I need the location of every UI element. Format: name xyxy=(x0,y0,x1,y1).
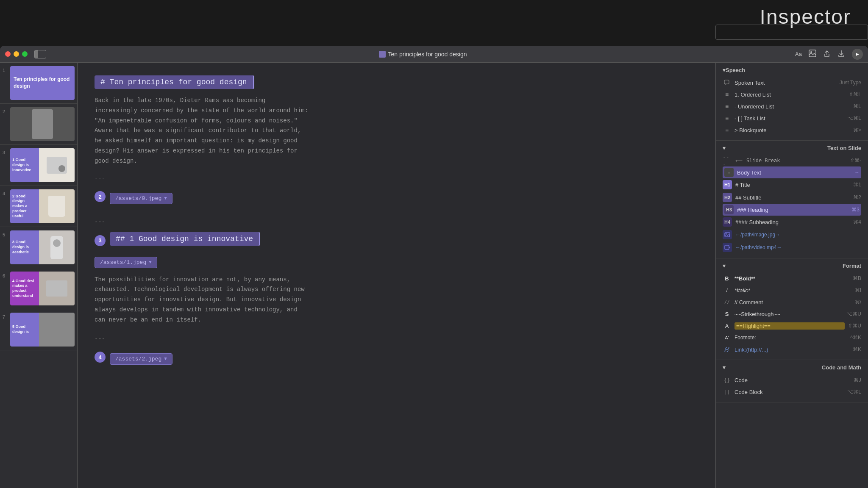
body-text-paragraph: Back in the late 1970s, Dieter Rams was … xyxy=(95,96,698,166)
slide-thumb-4: 2 Good design makes a product useful xyxy=(10,189,75,223)
person-image xyxy=(32,109,53,139)
text-on-slide-header[interactable]: ▾ Text on Slide xyxy=(723,145,861,151)
slide-number-6: 6 xyxy=(3,272,8,305)
blockquote-icon: ≡ xyxy=(723,126,731,134)
slide-thumb-1: Ten principles for good design xyxy=(10,66,75,100)
file-icon xyxy=(379,51,386,58)
inspector-panel: ▾ Speech Spoken Text Just Type ≡ 1. Orde… xyxy=(715,63,868,488)
asset-pill-2[interactable]: /assets/2.jpeg ▼ xyxy=(110,353,172,365)
slide-number-4: 4 xyxy=(3,189,8,223)
spoken-text-row[interactable]: Spoken Text Just Type xyxy=(723,77,861,89)
main-area: 1 Ten principles for good design 2 3 xyxy=(0,63,868,488)
svg-point-6 xyxy=(726,233,727,235)
slide-badge-2: 2 xyxy=(95,191,106,202)
speech-section: ▾ Speech Spoken Text Just Type ≡ 1. Orde… xyxy=(716,63,868,141)
play-button[interactable]: ▶ xyxy=(852,49,863,60)
h3-heading-row[interactable]: H3 ### Heading ⌘3 xyxy=(723,204,861,216)
divider-2: --- xyxy=(95,219,698,225)
footnote-icon: A' xyxy=(723,333,731,342)
footnote-row[interactable]: A' Footnote: ^⌘K xyxy=(723,332,861,344)
strikethrough-icon: S xyxy=(723,310,731,318)
slide-3-heading-block: ## 1 Good design is innovative xyxy=(110,232,260,246)
sidebar-slide-1[interactable]: 1 Ten principles for good design xyxy=(0,63,77,104)
sidebar-toggle[interactable] xyxy=(34,50,46,58)
top-bar: Inspector xyxy=(0,0,868,40)
slide-number-7: 7 xyxy=(3,313,8,347)
sidebar-slide-7[interactable]: 7 5 Good design is xyxy=(0,309,77,350)
chevron-down-icon: ▼ xyxy=(164,196,167,201)
chevron-down-icon-3: ▼ xyxy=(164,356,167,361)
code-block-icon: [] xyxy=(723,388,731,396)
speech-section-header[interactable]: ▾ Speech xyxy=(723,67,861,73)
code-block-row[interactable]: [] Code Block ⌥⌘L xyxy=(723,386,861,398)
font-size-button[interactable]: Aa xyxy=(795,51,802,57)
highlight-icon: A xyxy=(723,322,731,330)
italic-icon: I xyxy=(723,286,731,294)
code-math-header[interactable]: ▾ Code and Math xyxy=(723,364,861,371)
window-controls xyxy=(5,51,28,57)
ordered-list-row[interactable]: ≡ 1. Ordered List ⇧⌘L xyxy=(723,89,861,100)
content-area[interactable]: # Ten principles for good design Back in… xyxy=(78,63,715,488)
maximize-button[interactable] xyxy=(22,51,28,57)
title-bar: Ten principles for good design Aa ▶ xyxy=(0,46,868,63)
slide-thumb-3: 1 Good design is innovative xyxy=(10,148,75,182)
asset-pill-1[interactable]: /assets/1.jpeg ▼ xyxy=(95,257,157,268)
radio-image xyxy=(47,157,67,174)
divider-1: --- xyxy=(95,175,698,182)
asset-pill-0[interactable]: /assets/0.jpeg ▼ xyxy=(110,193,172,204)
slide-2-block: 2 /assets/0.jpeg ▼ xyxy=(95,189,698,208)
code-math-section: ▾ Code and Math {} Code ⌘J [] Code Block… xyxy=(716,360,868,402)
speech-bubble-icon xyxy=(723,78,731,87)
task-list-row[interactable]: ≡ - [ ] Task List ⌥⌘L xyxy=(723,112,861,124)
strikethrough-row[interactable]: S ~~Strikethrough~~ ⌥⌘U xyxy=(723,308,861,320)
video-path-row[interactable]: ←/path/video.mp4→ xyxy=(723,241,861,254)
slide-break-row[interactable]: --- ⟵ Slide Break ⇧⌘- xyxy=(723,155,861,166)
svg-rect-4 xyxy=(724,80,729,84)
h2-badge: H2 xyxy=(723,193,732,202)
h1-title-row[interactable]: H1 # Title ⌘1 xyxy=(723,178,861,191)
slide-number-1: 1 xyxy=(3,66,8,100)
format-section-header[interactable]: ▾ Format xyxy=(723,263,861,269)
asset-2[interactable]: /assets/2.jpeg ▼ xyxy=(110,353,172,365)
svg-rect-7 xyxy=(725,245,729,250)
image-path-row[interactable]: ←/path/image.jpg→ xyxy=(723,228,861,241)
sidebar-slide-2[interactable]: 2 xyxy=(0,104,77,145)
speaker-image xyxy=(50,236,63,259)
asset-1[interactable]: /assets/1.jpeg ▼ xyxy=(95,257,698,268)
slide-number-2: 2 xyxy=(3,107,8,141)
slide-thumb-2 xyxy=(10,107,75,141)
arrow-icon: ⟵ xyxy=(734,156,743,165)
text-on-slide-section: ▾ Text on Slide --- ⟵ Slide Break ⇧⌘- ↔ xyxy=(716,141,868,258)
asset-0[interactable]: /assets/0.jpeg ▼ xyxy=(110,193,172,204)
italic-row[interactable]: I *Italic* ⌘I xyxy=(723,284,861,296)
unordered-list-row[interactable]: ≡ - Unordered List ⌘L xyxy=(723,100,861,112)
sidebar-slide-5[interactable]: 5 3 Good design is aesthetic xyxy=(0,227,77,268)
main-heading-block: # Ten principles for good design xyxy=(95,75,254,89)
image-badge xyxy=(723,230,732,239)
sidebar-slide-3[interactable]: 3 1 Good design is innovative xyxy=(0,145,77,186)
slide-number-5: 5 xyxy=(3,230,8,264)
sidebar-slide-6[interactable]: 6 4 Good desi makes a product understand xyxy=(0,268,77,309)
bold-row[interactable]: B **Bold** ⌘B xyxy=(723,272,861,284)
comment-icon: // xyxy=(723,298,731,306)
slide-4-block: 4 /assets/2.jpeg ▼ xyxy=(95,349,698,369)
image-button[interactable] xyxy=(809,50,816,58)
close-button[interactable] xyxy=(5,51,11,57)
slide-break-icon: --- xyxy=(723,156,731,165)
comment-row[interactable]: // // Comment ⌘/ xyxy=(723,296,861,308)
slide-number-3: 3 xyxy=(3,148,8,182)
chevron-down-icon-2: ▼ xyxy=(149,260,152,265)
body-text-row[interactable]: ↔ Body Text → xyxy=(723,166,861,178)
blockquote-row[interactable]: ≡ > Blockquote ⌘> xyxy=(723,124,861,136)
sidebar-slide-4[interactable]: 4 2 Good design makes a product useful xyxy=(0,186,77,227)
share-button[interactable] xyxy=(823,50,831,58)
h4-subheading-row[interactable]: H4 #### Subheading ⌘4 xyxy=(723,216,861,228)
unordered-list-icon: ≡ xyxy=(723,102,731,111)
highlight-row[interactable]: A ==Highlight== ⇧⌘U xyxy=(723,320,861,332)
h2-subtitle-row[interactable]: H2 ## Subtitle ⌘2 xyxy=(723,191,861,204)
code-row[interactable]: {} Code ⌘J xyxy=(723,374,861,386)
slide-thumb-6: 4 Good desi makes a product understand xyxy=(10,272,75,305)
link-row[interactable]: Link:(http://...) ⌘K xyxy=(723,344,861,355)
minimize-button[interactable] xyxy=(14,51,19,57)
export-button[interactable] xyxy=(837,50,845,58)
